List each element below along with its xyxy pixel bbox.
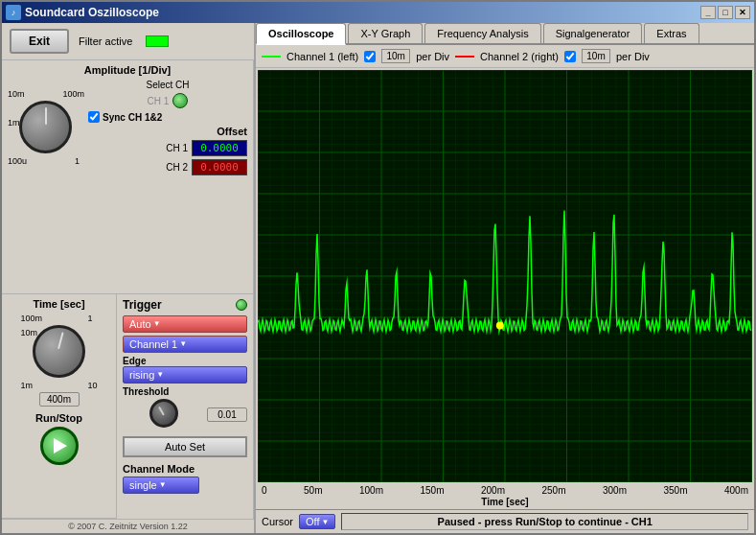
tab-frequency-analysis[interactable]: Frequency Analysis (424, 23, 540, 43)
trigger-led (236, 299, 247, 311)
sync-checkbox[interactable]: Sync CH 1&2 (88, 111, 247, 123)
ch1-offset-input[interactable] (192, 140, 247, 156)
time-axis-100m: 100m (359, 485, 383, 496)
time-knob[interactable]: 100m 1 1m 10 10m (21, 314, 98, 390)
time-axis: 0 50m 100m 150m 200m 250m 300m 350m 400m (256, 484, 754, 497)
ch2-offset-label: CH 2 (166, 162, 188, 173)
ch1-per-div-input[interactable] (381, 49, 410, 63)
amplitude-title: Amplitude [1/Div] (8, 64, 247, 76)
time-axis-150m: 150m (420, 485, 444, 496)
ch2-channel-label: Channel 2 (right) (480, 51, 559, 62)
time-axis-400m: 400m (724, 485, 748, 496)
tab-extras[interactable]: Extras (644, 23, 699, 43)
channel-mode-value: single (129, 479, 157, 491)
threshold-knob-indicator (158, 406, 165, 415)
time-value-input[interactable] (39, 392, 80, 407)
ch1-channel-label: Channel 1 (left) (286, 51, 358, 62)
amp-label-1: 1 (75, 156, 80, 166)
time-axis-label: Time [sec] (256, 497, 754, 509)
channel-bar: Channel 1 (left) per Div Channel 2 (righ… (256, 45, 754, 68)
amplitude-knob-dial[interactable] (19, 101, 72, 153)
channel-mode-section: Channel Mode single ▼ (123, 463, 247, 494)
ch2-per-div-input[interactable] (582, 49, 610, 63)
time-title: Time [sec] (8, 298, 110, 310)
edge-label: Edge (123, 356, 247, 366)
tab-oscilloscope[interactable]: Oscilloscope (256, 23, 346, 45)
threshold-row (123, 399, 247, 431)
threshold-label: Threshold (123, 386, 247, 397)
trigger-mode-button[interactable]: Auto ▼ (123, 315, 247, 333)
time-label-10m: 10m (21, 328, 38, 337)
tab-signal-generator[interactable]: Signalgenerator (543, 23, 643, 43)
time-knob-indicator (57, 332, 64, 349)
ch-indicator[interactable] (172, 93, 188, 108)
amp-label-100u: 100u (8, 156, 27, 166)
tab-xy-graph[interactable]: X-Y Graph (348, 23, 423, 43)
time-axis-250m: 250m (541, 485, 565, 496)
minimize-button[interactable]: _ (700, 6, 716, 19)
trigger-mode-arrow: ▼ (153, 319, 161, 328)
time-axis-350m: 350m (663, 485, 687, 496)
amplitude-knob-indicator (45, 107, 47, 125)
ch2-offset-row: CH 2 (88, 159, 247, 175)
edge-arrow: ▼ (156, 370, 164, 379)
time-axis-0: 0 (262, 485, 267, 496)
time-axis-50m: 50m (304, 485, 322, 496)
time-label-1m: 1m (21, 381, 34, 390)
edge-value-button[interactable]: rising ▼ (123, 366, 247, 384)
trigger-channel-button[interactable]: Channel 1 ▼ (123, 336, 247, 353)
ch-selector-row: CH 1 (88, 93, 247, 108)
time-knob-dial[interactable] (33, 325, 85, 378)
window-title: Soundcard Oszilloscope (25, 6, 159, 19)
cursor-label: Cursor (262, 516, 293, 527)
auto-set-button[interactable]: Auto Set (123, 436, 247, 457)
time-label-100m: 100m (21, 314, 43, 323)
ch2-offset-input[interactable] (192, 159, 247, 175)
exit-button[interactable]: Exit (10, 29, 69, 54)
trigger-channel-arrow: ▼ (179, 339, 187, 348)
cursor-select-button[interactable]: Off ▼ (299, 514, 335, 529)
right-panel: Oscilloscope X-Y Graph Frequency Analysi… (256, 23, 754, 533)
ch1-offset-row: CH 1 (88, 140, 247, 156)
filter-label: Filter active (79, 35, 132, 47)
threshold-input[interactable] (207, 407, 247, 422)
status-text: Paused - press Run/Stop to continue - CH… (341, 513, 748, 530)
trigger-header: Trigger (123, 298, 247, 312)
ch2-per-div-unit: per Div (616, 51, 650, 62)
sync-check[interactable] (88, 111, 100, 123)
copyright-text: © 2007 C. Zeitnitz Version 1.22 (2, 519, 254, 533)
offset-title: Offset (88, 126, 247, 137)
titlebar-left: ♪ Soundcard Oszilloscope (6, 5, 159, 20)
amplitude-knob[interactable]: 10m 100m 100u 1 1m (8, 89, 84, 166)
ch1-checkbox[interactable] (364, 51, 376, 62)
amp-label-100m: 100m (62, 89, 84, 99)
time-label-1: 1 (87, 314, 92, 323)
left-inner: Exit Filter active Amplitude [1/Div] 10m… (2, 23, 254, 533)
right-controls: Select CH CH 1 Sync CH 1&2 Offset (88, 80, 247, 175)
ch1-per-div-unit: per Div (416, 51, 449, 62)
titlebar-buttons: _ □ ✕ (700, 6, 750, 19)
time-label-10: 10 (87, 381, 97, 390)
oscilloscope-display (258, 70, 752, 482)
tab-bar: Oscilloscope X-Y Graph Frequency Analysi… (256, 23, 754, 45)
trigger-run-row: Time [sec] 100m 1 1m 10 10m (2, 294, 254, 520)
trigger-channel-label: Channel 1 (129, 338, 177, 350)
main-content: Exit Filter active Amplitude [1/Div] 10m… (2, 23, 754, 533)
time-axis-200m: 200m (481, 485, 505, 496)
app-icon: ♪ (6, 5, 21, 20)
bottom-bar: Cursor Off ▼ Paused - press Run/Stop to … (256, 509, 754, 533)
channel-mode-arrow: ▼ (159, 480, 167, 489)
main-window: ♪ Soundcard Oszilloscope _ □ ✕ Exit Filt… (0, 0, 756, 535)
ch2-checkbox[interactable] (564, 51, 576, 62)
maximize-button[interactable]: □ (718, 6, 733, 19)
time-section: Time [sec] 100m 1 1m 10 10m (2, 294, 117, 520)
trigger-title: Trigger (123, 298, 162, 312)
channel-mode-label: Channel Mode (123, 463, 247, 475)
run-stop-button[interactable] (40, 427, 79, 465)
channel-mode-button[interactable]: single ▼ (123, 477, 199, 494)
threshold-knob[interactable] (149, 399, 178, 428)
titlebar: ♪ Soundcard Oszilloscope _ □ ✕ (2, 2, 754, 23)
close-button[interactable]: ✕ (735, 6, 750, 19)
amp-label-10m: 10m (8, 89, 25, 99)
filter-indicator (146, 35, 169, 47)
